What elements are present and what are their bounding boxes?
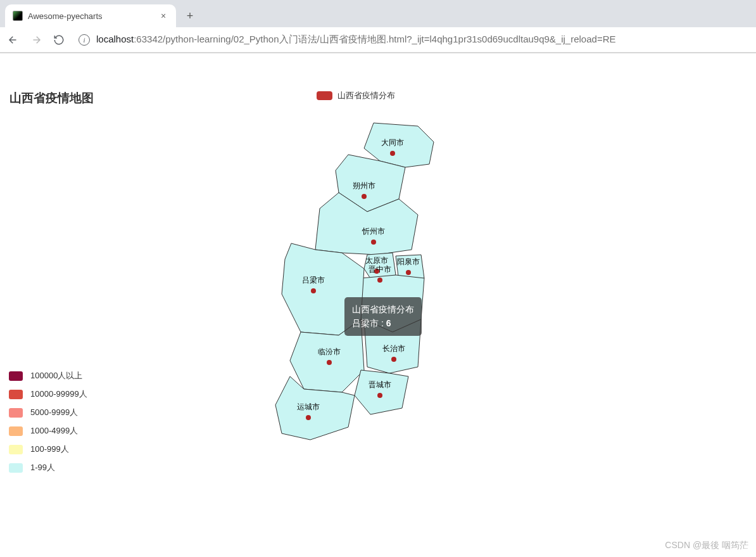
legend-label: 100-999人 (30, 444, 69, 455)
legend-swatch-icon (9, 390, 23, 399)
page-content: 山西省疫情地图 山西省疫情分布 大同市朔州市忻州市太原市阳泉市晋中市吕梁市临汾市… (0, 53, 756, 557)
legend-swatch-icon (9, 408, 23, 418)
city-dot[interactable] (377, 278, 382, 283)
watermark: CSDN @最後 咽筠茫 (665, 540, 748, 551)
region-jincheng[interactable] (355, 370, 408, 414)
city-label: 朔州市 (353, 181, 375, 190)
legend-label: 1-99人 (30, 462, 55, 473)
legend-swatch-icon (9, 463, 23, 473)
legend-swatch-icon (9, 426, 23, 436)
legend-label: 1000-4999人 (30, 425, 78, 437)
url-text: localhost:63342/python-learning/02_Pytho… (96, 34, 616, 46)
city-dot[interactable] (311, 288, 316, 293)
city-label: 忻州市 (362, 227, 385, 236)
legend-row[interactable]: 100000人以上 (9, 370, 87, 381)
legend-row[interactable]: 100-999人 (9, 444, 87, 455)
visual-map-legend[interactable]: 100000人以上10000-99999人5000-9999人1000-4999… (9, 370, 87, 473)
tab-title: Awesome-pyecharts (28, 11, 153, 21)
city-label: 晋中市 (369, 265, 391, 274)
city-dot[interactable] (406, 270, 411, 275)
city-dot[interactable] (390, 151, 395, 156)
forward-button[interactable] (29, 33, 43, 47)
tooltip-series: 山西省疫情分布 (352, 302, 414, 316)
site-info-icon[interactable]: i (79, 34, 90, 46)
shanxi-map[interactable]: 大同市朔州市忻州市太原市阳泉市晋中市吕梁市临汾市长治市晋城市运城市 (266, 117, 456, 459)
legend-swatch-icon (9, 371, 23, 381)
legend-row[interactable]: 5000-9999人 (9, 407, 87, 418)
legend-label: 100000人以上 (30, 370, 82, 381)
legend-row[interactable]: 1000-4999人 (9, 425, 87, 437)
tooltip-data-row: 吕梁市 : 6 (352, 316, 414, 330)
city-dot[interactable] (327, 360, 332, 365)
tab-strip: Awesome-pyecharts × + (0, 0, 756, 27)
tooltip-value: 6 (386, 318, 391, 328)
close-tab-icon[interactable]: × (158, 11, 168, 21)
nav-bar: i localhost:63342/python-learning/02_Pyt… (0, 27, 756, 53)
address-bar[interactable]: i localhost:63342/python-learning/02_Pyt… (75, 34, 750, 46)
series-legend[interactable]: 山西省疫情分布 (317, 90, 395, 101)
city-dot[interactable] (306, 415, 311, 420)
pycharm-favicon-icon (13, 11, 23, 21)
city-label: 运城市 (297, 402, 320, 411)
legend-swatch-icon (9, 445, 23, 454)
browser-tab-active[interactable]: Awesome-pyecharts × (5, 4, 176, 27)
city-label: 太原市 (365, 256, 388, 265)
browser-chrome: Awesome-pyecharts × + i localhost:63342/… (0, 0, 756, 53)
city-dot[interactable] (362, 194, 367, 199)
legend-row[interactable]: 1-99人 (9, 462, 87, 473)
city-label: 晋城市 (369, 380, 391, 389)
tooltip-city: 吕梁市 (352, 318, 379, 328)
back-button[interactable] (6, 33, 20, 47)
city-dot[interactable] (371, 240, 376, 245)
city-dot[interactable] (377, 393, 382, 398)
new-tab-button[interactable]: + (181, 7, 199, 25)
legend-label: 5000-9999人 (30, 407, 78, 418)
city-label: 大同市 (381, 138, 404, 147)
reload-button[interactable] (52, 33, 66, 47)
map-tooltip: 山西省疫情分布 吕梁市 : 6 (344, 297, 422, 336)
city-label: 阳泉市 (397, 257, 420, 266)
legend-swatch-icon (317, 91, 332, 100)
legend-row[interactable]: 10000-99999人 (9, 388, 87, 400)
chart-title: 山西省疫情地图 (9, 90, 94, 106)
city-dot[interactable] (391, 357, 396, 362)
city-label: 吕梁市 (302, 276, 325, 285)
city-label: 长治市 (382, 344, 405, 353)
city-label: 临汾市 (318, 347, 341, 356)
series-legend-label: 山西省疫情分布 (337, 90, 395, 101)
legend-label: 10000-99999人 (30, 388, 87, 400)
